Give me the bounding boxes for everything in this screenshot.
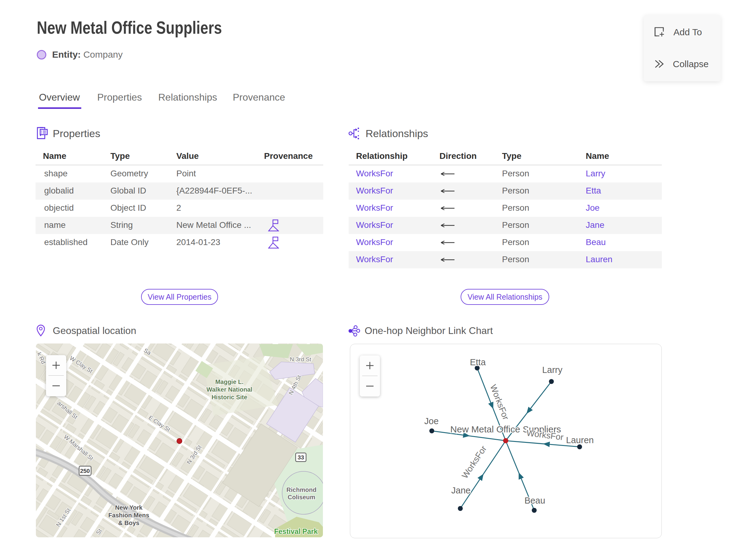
svg-text:Etta: Etta bbox=[470, 357, 486, 367]
svg-text:N 3rd St: N 3rd St bbox=[290, 356, 311, 362]
svg-text:WorksFor: WorksFor bbox=[460, 444, 489, 480]
svg-text:Lauren: Lauren bbox=[566, 435, 594, 445]
svg-text:Maggie L.: Maggie L. bbox=[215, 378, 243, 385]
svg-text:& Boys: & Boys bbox=[118, 520, 140, 526]
svg-text:Walker National: Walker National bbox=[206, 386, 252, 393]
svg-text:Fashion Mens: Fashion Mens bbox=[108, 512, 149, 519]
svg-text:Larry: Larry bbox=[542, 365, 563, 375]
svg-text:Historic Site: Historic Site bbox=[212, 394, 247, 401]
svg-text:WorksFor: WorksFor bbox=[488, 383, 511, 421]
svg-text:33: 33 bbox=[297, 454, 304, 461]
svg-text:New York: New York bbox=[115, 504, 143, 511]
svg-text:250: 250 bbox=[80, 468, 90, 474]
svg-text:Joe: Joe bbox=[424, 416, 439, 426]
svg-text:Richmond: Richmond bbox=[286, 486, 316, 493]
svg-text:Jane: Jane bbox=[451, 485, 471, 495]
svg-text:Beau: Beau bbox=[524, 496, 545, 505]
svg-text:Coliseum: Coliseum bbox=[288, 494, 315, 501]
svg-text:Festival Park: Festival Park bbox=[274, 527, 318, 535]
